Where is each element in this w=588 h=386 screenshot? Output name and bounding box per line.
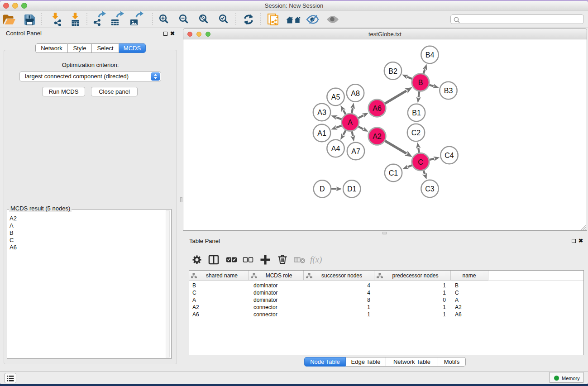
svg-text:A6: A6 (373, 105, 382, 112)
svg-text:B1: B1 (412, 109, 421, 117)
svg-text:C2: C2 (411, 129, 421, 137)
svg-text:A2: A2 (373, 133, 382, 140)
svg-text:C3: C3 (425, 185, 435, 193)
svg-text:A5: A5 (331, 93, 340, 101)
svg-text:C: C (418, 158, 423, 166)
svg-text:D1: D1 (347, 185, 357, 193)
svg-text:D: D (320, 185, 325, 193)
svg-text:C1: C1 (389, 169, 398, 177)
svg-text:A7: A7 (351, 148, 360, 155)
svg-text:A4: A4 (331, 145, 340, 152)
svg-text:B2: B2 (388, 67, 397, 75)
svg-text:f(x): f(x) (310, 255, 322, 265)
svg-text:B3: B3 (444, 87, 453, 95)
svg-text:B4: B4 (425, 51, 435, 59)
svg-text:B: B (418, 79, 423, 86)
svg-text:A3: A3 (317, 109, 326, 116)
svg-text:A8: A8 (351, 90, 360, 97)
svg-text:A: A (348, 119, 353, 126)
svg-text:C4: C4 (445, 152, 454, 159)
svg-text:A1: A1 (317, 129, 326, 137)
